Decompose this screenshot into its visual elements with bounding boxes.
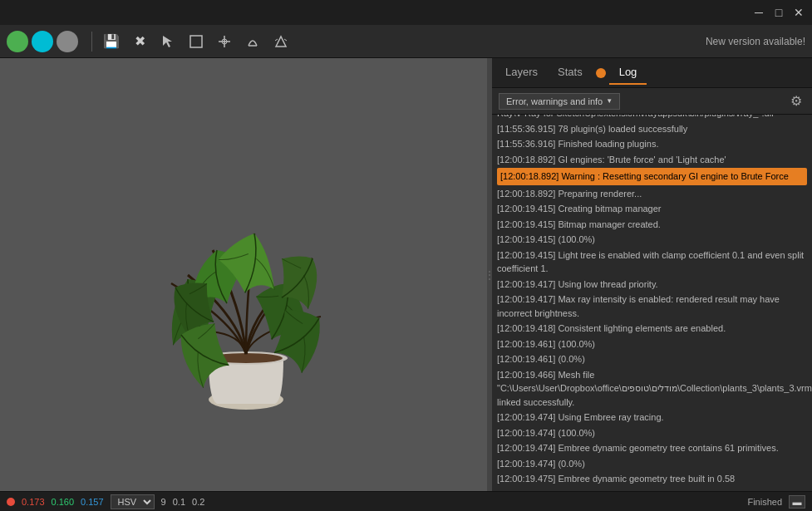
svg-marker-0 xyxy=(163,36,172,47)
minimize-button[interactable]: ─ xyxy=(752,6,765,19)
select-tool-button[interactable] xyxy=(155,29,180,54)
color-mode-select[interactable]: HSV xyxy=(111,494,155,509)
new-version-notice: New version available! xyxy=(706,36,805,47)
log-entry: [11:55:36.915] 78 plugin(s) loaded succe… xyxy=(497,122,807,136)
main-area: Layers Stats Log Error, warnings and inf… xyxy=(0,58,812,491)
resize-handle[interactable] xyxy=(487,58,492,491)
svg-rect-1 xyxy=(190,36,202,47)
g-value: 0.160 xyxy=(52,497,75,507)
finished-label: Finished xyxy=(747,497,782,507)
status-values: 0.173 0.160 0.157 xyxy=(22,497,104,507)
circle-gray-button[interactable] xyxy=(57,31,78,52)
log-entry: [12:00:19.417] Using low thread priority… xyxy=(497,278,807,292)
log-entry: [12:00:19.418] Consistent lighting eleme… xyxy=(497,322,807,336)
tab-stats[interactable]: Stats xyxy=(548,61,593,85)
tool2-button[interactable] xyxy=(240,29,265,54)
plant-render xyxy=(105,117,387,433)
status-numbers: 9 0.1 0.2 xyxy=(161,497,205,507)
log-entry: [12:00:19.474] (0.0%) xyxy=(497,457,807,471)
log-entry: [11:55:36.912] Loading plugins from "C:\… xyxy=(497,115,807,120)
region-button[interactable] xyxy=(184,29,209,54)
title-bar: ─ □ ✕ xyxy=(0,0,812,25)
log-entry: [12:00:19.417] Max ray intensity is enab… xyxy=(497,292,807,320)
log-entry: [12:00:19.474] Embree dynamic geometry t… xyxy=(497,441,807,455)
log-filter-label: Error, warnings and info xyxy=(506,96,603,106)
log-filter-button[interactable]: Error, warnings and info ▼ xyxy=(499,93,620,110)
log-entry: [12:00:19.474] Using Embree ray tracing. xyxy=(497,410,807,425)
log-entry: [12:00:19.461] (0.0%) xyxy=(497,352,807,366)
right-panel: Layers Stats Log Error, warnings and inf… xyxy=(492,58,812,491)
log-indicator-dot xyxy=(596,68,606,78)
panel-tabs: Layers Stats Log xyxy=(492,58,812,88)
circle-green-button[interactable] xyxy=(7,31,28,52)
log-entry: [12:00:19.415] (100.0%) xyxy=(497,233,807,247)
status-num1: 9 xyxy=(161,497,166,507)
circle-teal-button[interactable] xyxy=(32,31,53,52)
tool3-button[interactable] xyxy=(268,29,293,54)
log-filter-arrow: ▼ xyxy=(606,97,613,105)
log-entry: [12:00:19.475] Embree dynamic geometry t… xyxy=(497,472,807,486)
close-button[interactable]: ✕ xyxy=(792,6,805,19)
log-entry: [11:55:36.916] Finished loading plugins. xyxy=(497,137,807,151)
r-value: 0.173 xyxy=(22,497,45,507)
log-entry: [12:00:19.415] Bitmap manager created. xyxy=(497,218,807,232)
log-entry: [12:00:18.892] GI engines: 'Brute force'… xyxy=(497,153,807,167)
b-value: 0.157 xyxy=(81,497,104,507)
tab-log[interactable]: Log xyxy=(609,61,647,85)
log-entry: [12:00:19.461] (100.0%) xyxy=(497,337,807,351)
toolbar-separator xyxy=(91,32,92,52)
status-bar: 0.173 0.160 0.157 HSV 9 0.1 0.2 Finished… xyxy=(0,491,812,511)
tool1-button[interactable] xyxy=(212,29,237,54)
log-content[interactable]: [11:55:36.805] V-Ray Frame Buffer messag… xyxy=(492,115,812,491)
save-button[interactable]: 💾 xyxy=(99,29,124,54)
expand-button[interactable]: ▬ xyxy=(789,495,805,509)
log-entry: [12:00:19.415] Light tree is enabled wit… xyxy=(497,248,807,276)
log-settings-button[interactable]: ⚙ xyxy=(787,91,805,111)
close-file-button[interactable]: ✖ xyxy=(127,29,152,54)
maximize-button[interactable]: □ xyxy=(772,6,785,19)
log-toolbar: Error, warnings and info ▼ ⚙ xyxy=(492,88,812,115)
log-entry: [12:00:19.474] (100.0%) xyxy=(497,426,807,440)
toolbar: 💾 ✖ New version available! xyxy=(0,25,812,58)
log-entry: [12:00:19.466] Mesh file "C:\Users\User\… xyxy=(497,368,807,410)
log-entry: [12:00:18.892] Warning : Resetting secon… xyxy=(497,168,807,185)
log-entry: [12:00:18.892] Preparing renderer... xyxy=(497,187,807,201)
viewport xyxy=(0,58,492,491)
tab-layers[interactable]: Layers xyxy=(495,61,548,85)
log-entry: [12:00:19.415] Creating bitmap manager xyxy=(497,202,807,216)
status-num2: 0.1 xyxy=(173,497,185,507)
status-dot xyxy=(7,498,15,506)
toolbar-circles xyxy=(7,31,78,52)
status-num3: 0.2 xyxy=(192,497,204,507)
